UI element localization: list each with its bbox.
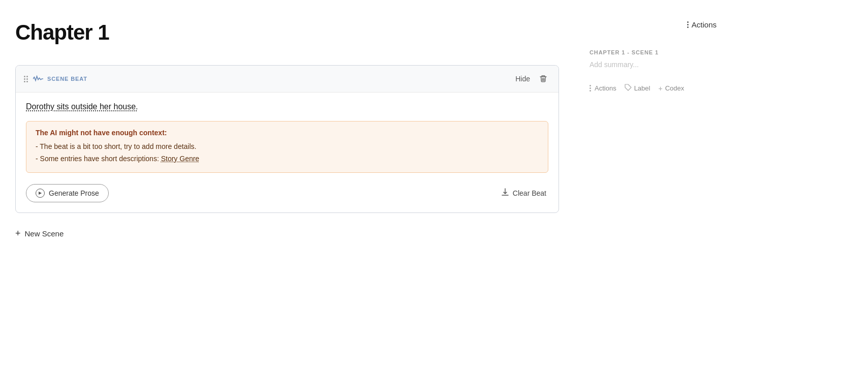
sidebar-three-dots-icon bbox=[590, 85, 591, 92]
scene-card-actions: Hide bbox=[515, 72, 550, 86]
scene-beat-icon bbox=[33, 75, 43, 82]
context-warning: The AI might not have enough context: - … bbox=[26, 121, 548, 173]
warning-item-1: - The beat is a bit too short, try to ad… bbox=[36, 141, 539, 153]
warning-item-2: - Some entries have short descriptions: … bbox=[36, 153, 539, 165]
page-title: Chapter 1 bbox=[15, 20, 559, 45]
plus-icon: + bbox=[15, 228, 21, 239]
scene-beat-label: SCENE BEAT bbox=[47, 76, 87, 82]
warning-title: The AI might not have enough context: bbox=[36, 129, 539, 137]
sidebar-label-button[interactable]: Label bbox=[625, 84, 650, 93]
story-genre-link[interactable]: Story Genre bbox=[161, 155, 199, 163]
scene-card: SCENE BEAT Hide Dorothy sits outside her… bbox=[15, 65, 559, 213]
main-content: Chapter 1 bbox=[0, 0, 579, 365]
delete-button[interactable] bbox=[536, 72, 550, 86]
three-dots-icon bbox=[687, 21, 689, 28]
beat-text[interactable]: Dorothy sits outside her house. bbox=[26, 101, 548, 113]
clear-beat-button[interactable]: Clear Beat bbox=[501, 188, 546, 199]
top-actions-button[interactable]: Actions bbox=[687, 20, 717, 29]
summary-placeholder[interactable]: Add summary... bbox=[590, 60, 717, 69]
sidebar-actions-row: Actions Label + Codex bbox=[590, 84, 717, 93]
drag-handle[interactable] bbox=[24, 76, 28, 82]
sidebar-section-title: CHAPTER 1 - SCENE 1 bbox=[590, 49, 717, 55]
hide-button[interactable]: Hide bbox=[515, 75, 530, 83]
sidebar-actions-button[interactable]: Actions bbox=[590, 84, 616, 92]
sidebar-codex-button[interactable]: + Codex bbox=[658, 84, 684, 93]
plus-codex-icon: + bbox=[658, 84, 662, 93]
scene-card-body: Dorothy sits outside her house. The AI m… bbox=[16, 93, 559, 212]
trash-icon bbox=[539, 75, 547, 83]
new-scene-button[interactable]: + New Scene bbox=[15, 228, 64, 239]
generate-prose-button[interactable]: ▶ Generate Prose bbox=[26, 184, 109, 202]
scene-card-header: SCENE BEAT Hide bbox=[16, 66, 559, 93]
clear-beat-icon bbox=[501, 188, 510, 199]
scene-card-footer: ▶ Generate Prose Clear Beat bbox=[26, 182, 548, 204]
play-icon: ▶ bbox=[36, 189, 45, 198]
right-sidebar: Actions CHAPTER 1 - SCENE 1 Add summary.… bbox=[579, 0, 732, 365]
label-icon bbox=[625, 84, 632, 93]
actions-top: Actions bbox=[590, 20, 717, 29]
